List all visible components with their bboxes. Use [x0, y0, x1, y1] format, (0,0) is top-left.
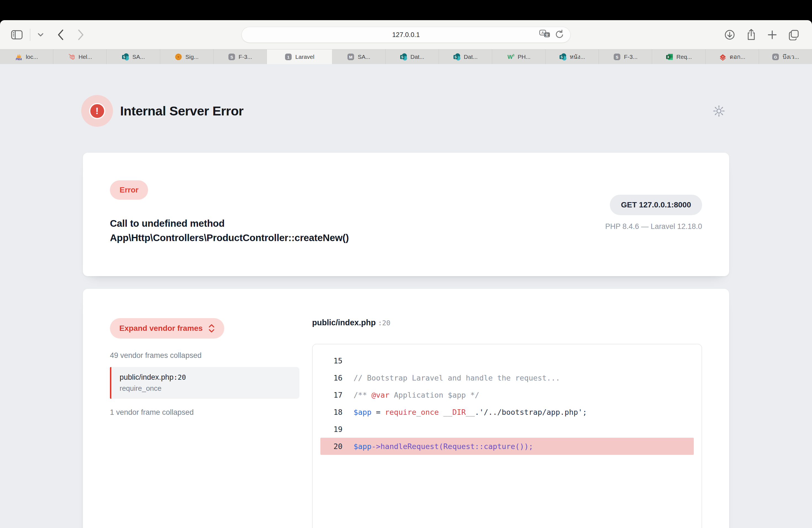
tab-9[interactable]: SDat... — [439, 49, 492, 64]
code-snippet: 1516// Bootstrap Laravel and handle the … — [312, 344, 702, 528]
svg-text:S: S — [454, 55, 457, 59]
downloads-button[interactable] — [724, 29, 735, 40]
tab-2[interactable]: Hel... — [53, 49, 106, 64]
back-button[interactable] — [57, 29, 64, 41]
frame-function: require_once — [120, 384, 291, 393]
tab-label: Laravel — [295, 54, 314, 60]
tab-label: Hel... — [78, 54, 92, 60]
screen-top-bar — [0, 0, 812, 20]
address-bar[interactable]: 127.0.0.1 A 文 — [242, 27, 570, 43]
gray-m-icon: M — [347, 53, 354, 61]
svg-text:3: 3 — [512, 54, 514, 57]
tab-label: บึงเว... — [782, 52, 799, 61]
page-header: ! Internal Server Error — [83, 95, 729, 127]
sidebar-toggle-icon[interactable] — [11, 30, 23, 40]
tab-label: SA... — [358, 54, 371, 60]
svg-text:1: 1 — [287, 55, 289, 59]
svg-text:S: S — [561, 55, 563, 59]
svg-text:S: S — [123, 55, 126, 59]
expand-chevrons-icon — [208, 324, 215, 333]
tab-3[interactable]: SSA... — [106, 49, 160, 64]
tab-14[interactable]: ดอก... — [706, 49, 759, 64]
theme-toggle-sun-icon[interactable] — [713, 105, 725, 117]
share-button[interactable] — [746, 29, 756, 41]
tab-15[interactable]: Gบึงเว... — [759, 49, 812, 64]
sharepoint-icon: S — [453, 53, 461, 61]
gray-1-icon: 1 — [285, 53, 292, 61]
stack-frame-item[interactable]: public/index.php:20 require_once — [110, 367, 300, 399]
gray-g-icon: G — [772, 53, 779, 61]
line-number: 16 — [320, 373, 343, 382]
address-bar-url: 127.0.0.1 — [392, 31, 420, 39]
tab-10[interactable]: W3PH... — [492, 49, 546, 64]
tab-bar: PMAloc...Hel...SSA...Sig...SF-3...1Larav… — [0, 49, 812, 64]
exception-message-line1: Call to undefined method — [110, 216, 349, 231]
sidebar-chevron-down-icon[interactable] — [38, 33, 44, 37]
tab-label: หนัง... — [570, 52, 585, 61]
red-chevrons-icon — [719, 53, 727, 61]
exception-message: Call to undefined method App\Http\Contro… — [110, 216, 349, 245]
tab-5[interactable]: SF-3... — [214, 49, 267, 64]
svg-text:W: W — [508, 54, 513, 60]
exception-message-line2: App\Http\Controllers\ProductController::… — [110, 231, 349, 245]
tab-label: Sig... — [185, 54, 199, 60]
tab-8[interactable]: SDat... — [386, 49, 439, 64]
page-content: ! Internal Server Error Error Call to un… — [0, 64, 812, 528]
tab-7[interactable]: MSA... — [332, 49, 385, 64]
trace-sidebar: Expand vendor frames 49 vendor frames co… — [110, 318, 300, 528]
sharepoint-icon: S — [559, 53, 567, 61]
tab-6-active[interactable]: 1Laravel — [267, 49, 332, 64]
exception-card-left: Error Call to undefined method App\Http\… — [110, 180, 349, 250]
vendor-frames-collapsed-top: 49 vendor frames collapsed — [110, 351, 300, 360]
w3schools-icon: W3 — [507, 53, 514, 61]
page-title: Internal Server Error — [120, 103, 244, 118]
new-tab-button[interactable] — [767, 30, 777, 40]
tab-label: Req... — [677, 54, 692, 60]
browser-window: 127.0.0.1 A 文 — [0, 20, 812, 528]
expand-vendor-frames-button[interactable]: Expand vendor frames — [110, 318, 224, 339]
line-number: 17 — [320, 391, 343, 399]
reload-icon[interactable] — [555, 29, 564, 40]
tab-13[interactable]: XReq... — [652, 49, 706, 64]
error-status-icon: ! — [81, 95, 113, 127]
toolbar-divider — [30, 29, 30, 41]
code-file-header: public/index.php:20 — [312, 318, 702, 327]
tab-label: Dat... — [410, 54, 424, 60]
phpmyadmin-icon: PMA — [15, 53, 23, 61]
forward-button[interactable] — [77, 29, 85, 41]
request-method-badge: GET 127.0.0.1:8000 — [610, 195, 702, 215]
tab-label: F-3... — [624, 54, 637, 60]
translate-icon[interactable]: A 文 — [539, 29, 551, 40]
svg-text:S: S — [401, 55, 404, 59]
error-type-badge: Error — [110, 180, 148, 200]
line-number: 20 — [320, 442, 343, 451]
tab-label: F-3... — [238, 54, 252, 60]
code-line-20: 20$app->handleRequest(Request::capture()… — [320, 438, 694, 455]
tab-1[interactable]: PMAloc... — [0, 49, 53, 64]
gray-s-icon: S — [228, 53, 236, 61]
tab-12[interactable]: SF-3... — [599, 49, 652, 64]
tab-label: loc... — [26, 54, 38, 60]
svg-text:文: 文 — [545, 33, 549, 37]
tab-overview-button[interactable] — [788, 29, 799, 40]
tab-4[interactable]: Sig... — [160, 49, 214, 64]
code-file-name: public/index.php — [312, 318, 376, 327]
sharepoint-icon: S — [400, 53, 407, 61]
line-number: 19 — [320, 425, 343, 434]
svg-text:S: S — [615, 55, 619, 59]
svg-text:A: A — [541, 31, 544, 35]
excel-icon: X — [666, 53, 673, 61]
svg-text:X: X — [667, 55, 669, 59]
line-number: 15 — [320, 356, 343, 365]
tab-11[interactable]: Sหนัง... — [546, 49, 599, 64]
line-number: 18 — [320, 408, 343, 416]
svg-text:G: G — [774, 55, 778, 59]
svg-text:S: S — [230, 55, 233, 59]
tab-label: ดอก... — [730, 52, 745, 61]
code-line-18: 18$app = require_once __DIR__.'/../boots… — [320, 404, 694, 421]
gray-s-icon: S — [613, 53, 621, 61]
svg-text:M: M — [349, 55, 353, 59]
exception-card: Error Call to undefined method App\Http\… — [83, 153, 729, 276]
code-panel: public/index.php:20 1516// Bootstrap Lar… — [312, 318, 702, 528]
tab-label: SA... — [132, 54, 145, 60]
